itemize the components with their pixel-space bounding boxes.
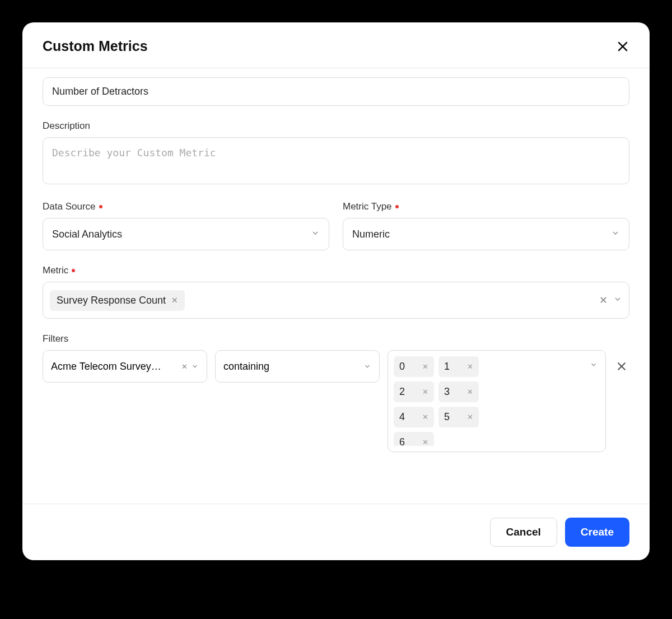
chevron-down-icon [363,362,371,370]
required-indicator [99,205,102,208]
filter-value-chip: 5✕ [438,407,479,427]
metric-type-select[interactable]: Numeric [343,218,629,250]
modal-body: Number of Detractors Description Data So… [22,68,650,504]
remove-filter-button[interactable] [614,350,629,383]
filter-field-select[interactable]: Acme Telecom Survey - H ✕ [43,350,207,383]
name-input[interactable]: Number of Detractors [43,77,629,106]
filter-value-chip: 1✕ [438,356,479,377]
filter-value-chip: 3✕ [438,381,479,402]
modal-title: Custom Metrics [43,38,148,54]
remove-chip-icon[interactable]: ✕ [171,296,178,305]
metric-label: Metric [43,265,629,276]
clear-icon[interactable]: ✕ [181,362,188,371]
custom-metrics-modal: Custom Metrics Number of Detractors Desc… [22,22,650,560]
required-indicator [395,205,399,208]
remove-chip-icon[interactable]: ✕ [464,413,473,421]
close-icon [616,40,629,53]
data-source-select[interactable]: Social Analytics [43,218,329,250]
metric-chip: Survey Response Count ✕ [50,290,185,311]
metric-multiselect[interactable]: Survey Response Count ✕ ✕ [43,282,629,319]
metric-type-label: Metric Type [343,201,629,212]
clear-all-icon[interactable]: ✕ [599,294,608,306]
filter-value-chip: 4✕ [394,407,434,427]
modal-footer: Cancel Create [22,504,650,560]
remove-chip-icon[interactable]: ✕ [464,362,473,371]
remove-chip-icon[interactable]: ✕ [419,362,428,371]
chevron-down-icon [590,361,598,371]
description-textarea[interactable] [43,137,629,184]
data-source-label: Data Source [43,201,329,212]
chevron-down-icon [613,295,622,306]
filter-value-chip: 2✕ [394,381,434,402]
cancel-button[interactable]: Cancel [490,518,557,547]
modal-header: Custom Metrics [22,22,650,68]
chevron-down-icon [611,229,620,240]
remove-chip-icon[interactable]: ✕ [419,413,428,421]
close-icon [616,361,627,372]
remove-chip-icon[interactable]: ✕ [419,388,428,396]
filter-row: Acme Telecom Survey - H ✕ containing 0✕1… [43,350,629,452]
required-indicator [72,269,75,272]
remove-chip-icon[interactable]: ✕ [464,388,473,396]
close-button[interactable] [616,40,629,53]
chevron-down-icon [311,229,320,240]
create-button[interactable]: Create [565,518,629,547]
filters-label: Filters [43,333,629,345]
description-label: Description [43,120,629,132]
filter-value-chip: 6✕ [394,432,434,446]
filter-values-select[interactable]: 0✕1✕2✕3✕4✕5✕6✕ [388,350,606,452]
filter-value-chip: 0✕ [394,356,434,377]
remove-chip-icon[interactable]: ✕ [419,438,428,446]
filter-operator-select[interactable]: containing [215,350,380,383]
chevron-down-icon [191,362,199,370]
